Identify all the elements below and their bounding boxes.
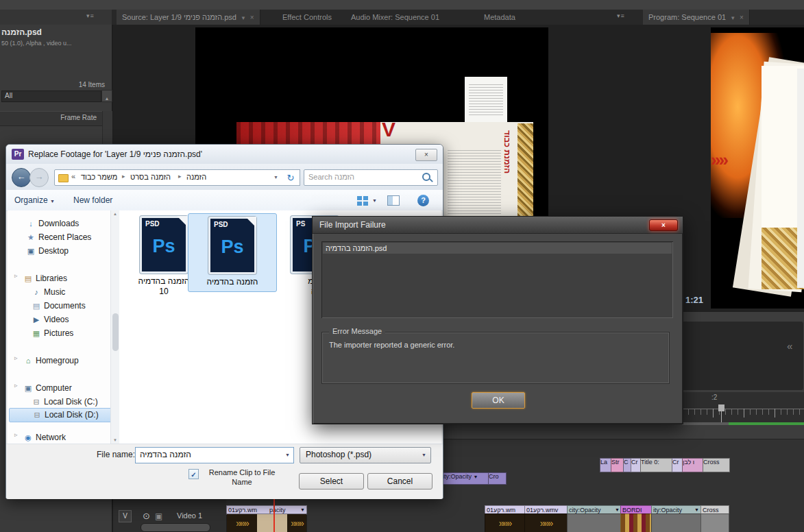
track-name[interactable]: Video 1	[177, 511, 202, 520]
track-thumbnail-icon[interactable]: ▣	[155, 511, 162, 521]
clip-body[interactable]	[567, 513, 622, 532]
sidebar-item-local-disk-c[interactable]: ⊟Local Disk (C:)	[31, 396, 98, 409]
refresh-button[interactable]: ↻	[282, 169, 300, 186]
forward-button[interactable]: →	[29, 168, 49, 187]
clip-thumbnail-arrows: »»»	[227, 514, 257, 532]
clip-body[interactable]	[701, 513, 729, 532]
homegroup-expander-icon[interactable]: ▹	[14, 354, 18, 361]
sidebar-item-desktop[interactable]: ▣Desktop	[25, 245, 69, 258]
fx-caret-icon[interactable]: ▼	[474, 474, 478, 479]
timeline-clip-small[interactable]: Cr	[672, 458, 683, 472]
dialog-close-button[interactable]: ×	[415, 149, 437, 161]
select-button[interactable]: Select	[299, 473, 364, 489]
breadcrumb-history-caret-icon[interactable]: ▼	[273, 175, 278, 180]
project-vscrollbar[interactable]	[102, 111, 112, 144]
computer-expander-icon[interactable]: ▹	[14, 382, 18, 389]
tab-effect-controls[interactable]: Effect Controls	[282, 10, 332, 25]
timeline-clip-small[interactable]: La	[600, 458, 611, 472]
views-caret-icon[interactable]: ▼	[372, 198, 377, 203]
cancel-button[interactable]: Cancel	[367, 473, 433, 489]
track-eye-icon[interactable]: ⊙	[143, 511, 150, 521]
organize-button[interactable]: Organize ▼	[14, 195, 55, 207]
panel-menu-icon[interactable]: ▾≡	[86, 12, 95, 19]
ok-button[interactable]: OK	[472, 392, 525, 409]
timeline-playhead[interactable]	[273, 498, 275, 532]
preview-pane-icon[interactable]	[387, 195, 400, 206]
breadcrumb-bar[interactable]: « משמר כבוד ▸ הזמנה בסרט ▸ הזמנה ▼	[54, 169, 283, 186]
error-dialog-titlebar[interactable]: File Import Failure ×	[313, 217, 683, 234]
clip-label: Cro	[489, 473, 499, 480]
timeline-clip-small[interactable]: Cross	[703, 458, 730, 472]
tab-source-caret-icon[interactable]: ▼	[241, 15, 246, 21]
sidebar-item-music[interactable]: ♪Music	[31, 286, 65, 299]
error-file-row[interactable]: הזמנה בהדמיה.psd	[323, 243, 672, 254]
timeline-fx-clip[interactable]: Cro	[488, 472, 507, 485]
breadcrumb-item[interactable]: משמר כבוד	[81, 173, 117, 181]
tab-audio-mixer[interactable]: Audio Mixer: Sequence 01	[351, 10, 439, 25]
center-panel-menu-icon[interactable]: ▾≡	[617, 12, 625, 19]
timeline-clip-small[interactable]: Title 0:	[640, 458, 672, 472]
work-area-bar-gray[interactable]	[682, 422, 729, 425]
rename-checkbox-label[interactable]: Rename Clip to File Name	[201, 468, 283, 487]
breadcrumb-item[interactable]: הזמנה	[186, 173, 206, 181]
help-icon[interactable]: ?	[417, 195, 429, 206]
clip-body[interactable]: »»»	[524, 513, 568, 532]
scrollbar-up-icon[interactable]: ▲	[113, 212, 117, 216]
breadcrumb-overflow-icon[interactable]: «	[71, 172, 75, 180]
network-expander-icon[interactable]: ▹	[14, 431, 18, 438]
views-icon[interactable]	[357, 196, 362, 200]
libraries-expander-icon[interactable]: ▹	[14, 272, 18, 279]
sidebar-item-downloads[interactable]: ↓Downloads	[25, 217, 79, 230]
track-height-slider[interactable]	[141, 523, 210, 532]
file-name-caret-icon[interactable]: ▼	[285, 452, 290, 457]
error-dialog-close-button[interactable]: ×	[649, 219, 678, 231]
file-item-selected[interactable]: PSD Ps הזמנה בהדמיה	[188, 213, 277, 292]
tab-program[interactable]: Program: Sequence 01▼×	[643, 10, 750, 25]
timeline-clip-small[interactable]: Cr	[631, 458, 641, 472]
tab-program-close-icon[interactable]: ×	[740, 14, 744, 21]
nav-pane-scrollbar[interactable]: ▲ ▼	[110, 210, 120, 444]
file-type-select[interactable]: Photoshop (*.psd) ▼	[300, 447, 431, 463]
breadcrumb-separator-icon[interactable]: ▸	[178, 173, 182, 180]
program-timecode[interactable]: 1:21	[685, 295, 703, 305]
error-file-list[interactable]: הזמנה בהדמיה.psd	[321, 241, 673, 318]
project-scroll-up-button[interactable]: ▲	[101, 90, 112, 102]
new-folder-button[interactable]: New folder	[73, 195, 112, 206]
ruler-playhead-marker[interactable]	[718, 404, 724, 411]
breadcrumb-separator-icon[interactable]: ▸	[122, 173, 125, 180]
clip-body[interactable]: »»» »»»	[226, 513, 307, 532]
tab-source-close-icon[interactable]: ×	[250, 14, 254, 21]
sidebar-item-libraries[interactable]: ▤Libraries	[23, 272, 67, 285]
panel-collapse-icon[interactable]: «	[787, 340, 792, 352]
search-input[interactable]: Search הזמנה	[304, 169, 438, 186]
sidebar-item-computer[interactable]: ▣Computer	[23, 382, 72, 395]
sidebar-item-network[interactable]: ◉Network	[23, 431, 66, 444]
project-column-header[interactable]: Frame Rate	[0, 111, 102, 126]
scrollbar-thumb[interactable]	[112, 313, 119, 351]
track-lock-box[interactable]: V	[119, 510, 132, 522]
scrollbar-down-icon[interactable]: ▼	[113, 438, 117, 442]
timeline-fx-clip[interactable]: ity:Opacity ▼	[442, 472, 489, 485]
rename-checkbox[interactable]: ✓	[188, 469, 199, 479]
sidebar-item-recent-places[interactable]: ★Recent Places	[25, 231, 91, 244]
sidebar-item-documents[interactable]: ▤Documents	[31, 300, 86, 313]
clip-body[interactable]	[620, 513, 653, 532]
sidebar-item-videos[interactable]: ▶Videos	[31, 313, 69, 326]
project-filter-input[interactable]: All	[1, 90, 101, 102]
timeline-clip-small[interactable]: Str	[611, 458, 624, 472]
sidebar-item-homegroup[interactable]: ⌂Homegroup	[23, 354, 79, 367]
clip-body[interactable]: »»»	[485, 513, 525, 532]
breadcrumb-item[interactable]: הזמנה בסרט	[130, 173, 171, 181]
sidebar-item-pictures[interactable]: ▦Pictures	[31, 327, 73, 340]
tab-metadata[interactable]: Metadata	[484, 10, 515, 25]
dialog-titlebar[interactable]: Pr Replace Footage for 'Layer 1/9 הזמנה …	[6, 145, 443, 165]
tab-source[interactable]: Source: Layer 1/9 הזמנה פנימי.psd▼×	[117, 10, 260, 25]
clip-label: Cross	[703, 459, 720, 466]
psd-badge: PS	[296, 220, 305, 228]
file-name-input[interactable]: הזמנה בהדמיה ▼	[135, 447, 294, 463]
timeline-clip-small[interactable]: ו לבן	[682, 458, 703, 472]
file-type-caret-icon[interactable]: ▼	[422, 452, 426, 457]
back-button[interactable]: ←	[12, 168, 31, 187]
clip-body[interactable]	[651, 513, 701, 532]
tab-program-caret-icon[interactable]: ▼	[730, 15, 735, 21]
